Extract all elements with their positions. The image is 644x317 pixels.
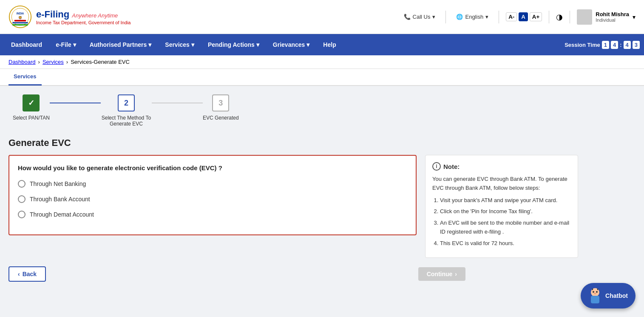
chatbot-label: Chatbot xyxy=(605,292,628,299)
logo-text: e-Filing Anywhere Anytime Income Tax Dep… xyxy=(36,9,131,25)
divider-4 xyxy=(570,11,570,23)
step-1-circle: ✓ xyxy=(23,94,40,111)
info-icon: i xyxy=(432,162,441,171)
connector-1-2 xyxy=(50,103,101,103)
nav-item-services[interactable]: Services ▾ xyxy=(158,34,201,55)
svg-rect-5 xyxy=(12,22,28,23)
nav-item-pending-actions[interactable]: Pending Actions ▾ xyxy=(201,34,266,55)
breadcrumb-services[interactable]: Services xyxy=(43,59,64,65)
brand-tagline: Anywhere Anytime xyxy=(72,12,118,19)
nav-pending-label: Pending Actions xyxy=(208,41,255,48)
session-colon: : xyxy=(620,42,621,48)
nav-efile-label: e-File xyxy=(56,41,71,48)
department-name: Income Tax Department, Government of Ind… xyxy=(36,20,131,25)
font-small-button[interactable]: A- xyxy=(506,12,517,21)
back-label: Back xyxy=(23,271,37,277)
nav-authorised-label: Authorised Partners xyxy=(90,41,147,48)
user-avatar xyxy=(577,9,592,25)
continue-label: Continue xyxy=(427,271,453,277)
step-2: 2 Select The Method To Generate EVC xyxy=(101,94,152,127)
note-step-2: Click on the 'Pin for Income Tax filing'… xyxy=(440,207,571,216)
chatbot-avatar-icon xyxy=(588,287,602,304)
sub-nav-services-label: Services xyxy=(14,73,37,80)
divider-3 xyxy=(549,11,549,23)
connector-2-3 xyxy=(152,103,203,103)
nav-item-efile[interactable]: e-File ▾ xyxy=(49,34,83,55)
nav-item-grievances[interactable]: Grievances ▾ xyxy=(266,34,317,55)
phone-icon: 📞 xyxy=(404,14,411,20)
user-name: Rohit Mishra xyxy=(596,11,629,17)
step-3-circle: 3 xyxy=(212,94,229,111)
services-chevron: ▾ xyxy=(191,41,194,48)
svg-rect-6 xyxy=(12,24,28,26)
breadcrumb-sep-2: › xyxy=(66,59,68,65)
session-digit-1: 1 xyxy=(602,41,609,49)
evc-question: How would you like to generate electroni… xyxy=(18,164,407,171)
note-panel: i Note: You can generate EVC through Ban… xyxy=(425,155,578,258)
note-title: Note: xyxy=(443,163,460,170)
svg-rect-4 xyxy=(14,20,26,22)
svg-text:🦁: 🦁 xyxy=(18,16,23,20)
option-demat-account-label: Through Demat Account xyxy=(30,211,94,218)
breadcrumb: Dashboard › Services › Services-Generate… xyxy=(0,55,644,69)
contrast-button[interactable]: ◑ xyxy=(556,12,563,22)
lang-chevron: ▾ xyxy=(485,14,488,20)
pending-chevron: ▾ xyxy=(256,41,259,48)
option-demat-account[interactable]: Through Demat Account xyxy=(18,211,407,218)
session-label: Session Time xyxy=(565,42,600,48)
content-layout: How would you like to generate electroni… xyxy=(9,155,635,258)
header-right: 📞 Call Us ▾ 🌐 English ▾ A- A A+ ◑ Rohit … xyxy=(400,9,635,25)
radio-bank-account xyxy=(18,195,26,203)
efile-chevron: ▾ xyxy=(73,41,76,48)
back-arrow-icon: ‹ xyxy=(18,271,20,277)
option-bank-account[interactable]: Through Bank Account xyxy=(18,195,407,203)
nav-item-authorised-partners[interactable]: Authorised Partners ▾ xyxy=(83,34,159,55)
continue-arrow-icon: › xyxy=(455,271,457,277)
font-medium-button[interactable]: A xyxy=(519,12,528,21)
continue-button: Continue › xyxy=(418,267,465,281)
svg-point-10 xyxy=(596,291,598,293)
page-title: Generate EVC xyxy=(9,137,635,149)
evc-card: How would you like to generate electroni… xyxy=(9,155,417,235)
svg-text:INDIA: INDIA xyxy=(17,12,24,15)
language-label: English xyxy=(465,14,483,20)
step-1: ✓ Select PAN/TAN xyxy=(13,94,50,121)
radio-net-banking xyxy=(18,180,26,188)
svg-point-9 xyxy=(593,291,594,293)
nav-item-dashboard[interactable]: Dashboard xyxy=(4,34,49,55)
breadcrumb-sep-1: › xyxy=(38,59,40,65)
main-content: ✓ Select PAN/TAN 2 Select The Method To … xyxy=(0,86,644,317)
nav-services-label: Services xyxy=(165,41,190,48)
font-controls: A- A A+ xyxy=(506,12,542,21)
step-3-label: EVC Generated xyxy=(203,115,239,121)
logo-area: INDIA 🦁 e-Filing Anywhere Anytime Income… xyxy=(9,5,131,29)
language-button[interactable]: 🌐 English ▾ xyxy=(453,12,492,22)
user-info: Rohit Mishra Individual xyxy=(596,11,629,23)
grievances-chevron: ▾ xyxy=(306,41,309,48)
sub-nav-services[interactable]: Services xyxy=(9,69,42,86)
emblem-icon: INDIA 🦁 xyxy=(9,5,32,29)
user-role: Individual xyxy=(596,17,629,23)
user-area[interactable]: Rohit Mishra Individual ▾ xyxy=(577,9,635,25)
breadcrumb-dashboard[interactable]: Dashboard xyxy=(9,59,36,65)
step-3: 3 EVC Generated xyxy=(203,94,239,121)
call-us-button[interactable]: 📞 Call Us ▾ xyxy=(400,12,439,22)
breadcrumb-current: Services-Generate EVC xyxy=(71,59,130,65)
step-2-label: Select The Method To Generate EVC xyxy=(101,115,152,127)
svg-rect-13 xyxy=(597,288,598,290)
bottom-buttons: ‹ Back Continue › xyxy=(9,266,635,282)
option-net-banking-label: Through Net Banking xyxy=(30,180,86,187)
note-intro: You can generate EVC through Bank ATM. T… xyxy=(432,176,567,191)
note-header: i Note: xyxy=(432,162,571,171)
note-step-4: This EVC is valid for 72 hours. xyxy=(440,239,571,248)
call-us-label: Call Us xyxy=(413,14,431,20)
chatbot-button[interactable]: Chatbot xyxy=(581,283,635,308)
option-net-banking[interactable]: Through Net Banking xyxy=(18,180,407,188)
back-button[interactable]: ‹ Back xyxy=(9,266,46,282)
svg-rect-12 xyxy=(592,288,593,290)
globe-icon: 🌐 xyxy=(456,14,463,20)
font-large-button[interactable]: A+ xyxy=(530,12,542,21)
note-steps: Visit your bank's ATM and swipe your ATM… xyxy=(432,196,571,248)
nav-item-help[interactable]: Help xyxy=(316,34,343,55)
session-digit-4: 3 xyxy=(633,41,640,49)
